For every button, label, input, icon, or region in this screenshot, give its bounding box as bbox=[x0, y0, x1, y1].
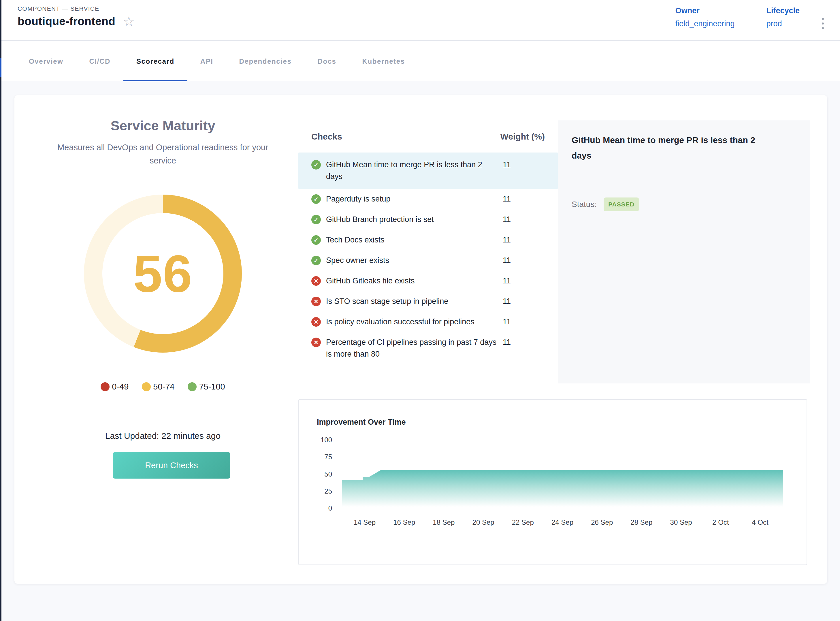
check-row[interactable]: ✓Tech Docs exists11 bbox=[298, 230, 558, 250]
check-fail-icon: ✕ bbox=[311, 338, 321, 347]
donut-hole: 56 bbox=[102, 213, 223, 334]
check-weight: 11 bbox=[502, 193, 545, 205]
svg-text:25: 25 bbox=[324, 487, 332, 495]
check-name: Percentage of CI pipelines passing in pa… bbox=[326, 336, 499, 360]
maturity-score-value: 56 bbox=[133, 243, 192, 304]
check-row[interactable]: ✕GitHub Gitleaks file exists11 bbox=[298, 271, 558, 291]
check-row[interactable]: ✓Pagerduty is setup11 bbox=[298, 189, 558, 209]
check-weight: 11 bbox=[502, 316, 545, 328]
area-series bbox=[342, 470, 783, 508]
owner-label: Owner bbox=[675, 6, 735, 15]
check-pass-icon: ✓ bbox=[311, 194, 321, 204]
check-name: GitHub Mean time to merge PR is less tha… bbox=[326, 159, 499, 182]
checks-panel: Checks Weight (%) ✓GitHub Mean time to m… bbox=[298, 120, 810, 383]
svg-text:14 Sep: 14 Sep bbox=[354, 518, 375, 526]
check-weight: 11 bbox=[502, 295, 545, 307]
check-list: ✓GitHub Mean time to merge PR is less th… bbox=[298, 153, 558, 364]
check-row[interactable]: ✕Percentage of CI pipelines passing in p… bbox=[298, 332, 558, 364]
check-weight: 11 bbox=[502, 275, 545, 287]
check-name: Spec owner exists bbox=[326, 254, 499, 267]
scorecard-title: Service Maturity bbox=[23, 118, 303, 133]
check-weight: 11 bbox=[502, 254, 545, 267]
svg-text:100: 100 bbox=[321, 436, 332, 444]
improvement-area-chart: 1007550250 14 Sep16 Sep18 Sep20 Sep22 Se… bbox=[305, 427, 802, 564]
check-pass-icon: ✓ bbox=[311, 160, 321, 170]
service-maturity-section: Service Maturity Measures all DevOps and… bbox=[23, 95, 303, 584]
check-name: GitHub Branch protection is set bbox=[326, 214, 499, 226]
check-fail-icon: ✕ bbox=[311, 317, 321, 327]
legend-label: 0-49 bbox=[112, 382, 129, 392]
legend-dot bbox=[101, 382, 109, 391]
tab-docs[interactable]: Docs bbox=[304, 41, 349, 81]
check-name: Is STO scan stage setup in pipeline bbox=[326, 295, 499, 307]
check-name: Tech Docs exists bbox=[326, 234, 499, 246]
content-area: Service Maturity Measures all DevOps and… bbox=[2, 81, 840, 621]
tab-bar: OverviewCI/CDScorecardAPIDependenciesDoc… bbox=[2, 41, 840, 81]
tab-ci-cd[interactable]: CI/CD bbox=[76, 41, 123, 81]
check-row[interactable]: ✓GitHub Branch protection is set11 bbox=[298, 209, 558, 230]
legend-item-50-74: 50-74 bbox=[142, 382, 174, 392]
tab-label: Scorecard bbox=[136, 58, 174, 65]
lifecycle-label: Lifecycle bbox=[766, 6, 800, 15]
tab-label: Docs bbox=[317, 58, 336, 65]
last-updated-text: Last Updated: 22 minutes ago bbox=[23, 431, 303, 441]
svg-text:16 Sep: 16 Sep bbox=[393, 518, 415, 526]
check-name: Pagerduty is setup bbox=[326, 193, 499, 205]
tab-label: API bbox=[200, 58, 213, 65]
svg-text:18 Sep: 18 Sep bbox=[433, 518, 455, 526]
owner-field: Owner field_engineering bbox=[675, 6, 735, 28]
check-detail-panel: GitHub Mean time to merge PR is less tha… bbox=[558, 120, 810, 383]
window-edge-strip bbox=[0, 0, 2, 621]
check-row[interactable]: ✓Spec owner exists11 bbox=[298, 250, 558, 271]
check-row[interactable]: ✕Is policy evaluation successful for pip… bbox=[298, 312, 558, 332]
tab-dependencies[interactable]: Dependencies bbox=[226, 41, 305, 81]
svg-text:50: 50 bbox=[324, 470, 332, 478]
tab-kubernetes[interactable]: Kubernetes bbox=[350, 41, 418, 81]
svg-text:2 Oct: 2 Oct bbox=[712, 518, 729, 526]
weight-column-header: Weight (%) bbox=[496, 132, 545, 142]
legend-item-75-100: 75-100 bbox=[188, 382, 225, 392]
checks-list-column: Checks Weight (%) ✓GitHub Mean time to m… bbox=[298, 120, 558, 383]
legend-item-0-49: 0-49 bbox=[101, 382, 129, 392]
owner-value-link[interactable]: field_engineering bbox=[675, 19, 735, 28]
scorecard-subtitle: Measures all DevOps and Operational read… bbox=[45, 141, 281, 167]
svg-text:4 Oct: 4 Oct bbox=[752, 518, 769, 526]
svg-text:26 Sep: 26 Sep bbox=[591, 518, 613, 526]
tab-api[interactable]: API bbox=[188, 41, 226, 81]
tab-overview[interactable]: Overview bbox=[16, 41, 76, 81]
check-pass-icon: ✓ bbox=[311, 235, 321, 245]
check-name: Is policy evaluation successful for pipe… bbox=[326, 316, 499, 328]
svg-text:24 Sep: 24 Sep bbox=[551, 518, 574, 526]
check-pass-icon: ✓ bbox=[311, 215, 321, 224]
status-badge: PASSED bbox=[604, 197, 639, 211]
breadcrumb: COMPONENT — SERVICE bbox=[18, 5, 99, 12]
sidebar-active-accent bbox=[0, 58, 2, 77]
page-header: COMPONENT — SERVICE boutique-frontend ☆ … bbox=[2, 0, 840, 41]
score-range-legend: 0-4950-7475-100 bbox=[23, 382, 303, 392]
legend-dot bbox=[188, 382, 197, 391]
check-name: GitHub Gitleaks file exists bbox=[326, 275, 499, 287]
legend-label: 75-100 bbox=[199, 382, 225, 392]
maturity-score-donut: 56 bbox=[84, 195, 242, 353]
kebab-menu-icon[interactable] bbox=[820, 16, 826, 31]
check-weight: 11 bbox=[502, 336, 545, 348]
svg-text:0: 0 bbox=[328, 504, 332, 512]
check-weight: 11 bbox=[502, 234, 545, 246]
tab-scorecard[interactable]: Scorecard bbox=[123, 41, 188, 81]
status-label: Status: bbox=[572, 200, 597, 209]
rerun-checks-button[interactable]: Rerun Checks bbox=[113, 452, 230, 479]
legend-label: 50-74 bbox=[153, 382, 174, 392]
check-row[interactable]: ✕Is STO scan stage setup in pipeline11 bbox=[298, 291, 558, 312]
svg-text:75: 75 bbox=[324, 453, 332, 461]
tab-label: Kubernetes bbox=[362, 58, 405, 65]
tab-label: CI/CD bbox=[89, 58, 110, 65]
check-fail-icon: ✕ bbox=[311, 276, 321, 286]
tab-label: Overview bbox=[29, 58, 64, 65]
svg-text:22 Sep: 22 Sep bbox=[512, 518, 534, 526]
lifecycle-field: Lifecycle prod bbox=[766, 6, 800, 28]
svg-text:28 Sep: 28 Sep bbox=[630, 518, 652, 526]
check-fail-icon: ✕ bbox=[311, 297, 321, 306]
improvement-over-time-card: Improvement Over Time 1007550250 14 Sep1… bbox=[298, 399, 807, 565]
favorite-star-icon[interactable]: ☆ bbox=[123, 15, 135, 27]
check-row[interactable]: ✓GitHub Mean time to merge PR is less th… bbox=[298, 153, 558, 189]
